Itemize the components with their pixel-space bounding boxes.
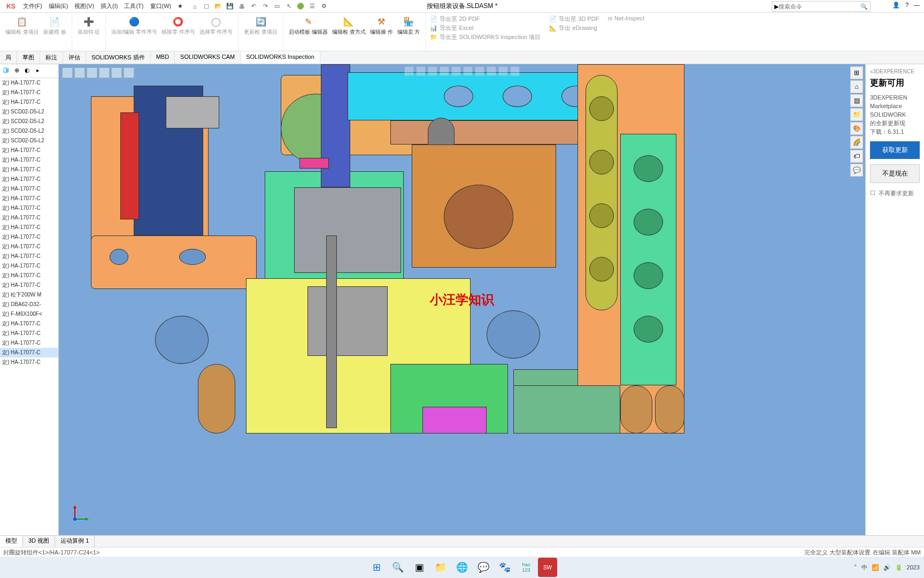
export-excel[interactable]: 📊导出至 Excel [430, 24, 541, 32]
wechat-icon[interactable]: 💬 [474, 558, 493, 577]
settings-icon[interactable]: ⚙ [320, 2, 328, 11]
tree-item[interactable]: 定) SCD02-D5-L2 [0, 107, 58, 117]
tab-3dview[interactable]: 3D 视图 [23, 536, 55, 547]
view-orient-icon[interactable] [451, 66, 461, 76]
ime-indicator[interactable]: 中 [861, 564, 867, 572]
redo-icon[interactable]: ↷ [261, 2, 270, 11]
tree-item[interactable]: 定) HA-17077-C [0, 146, 58, 155]
tab-mbd[interactable]: MBD [151, 51, 175, 64]
dont-ask-check[interactable]: ☐ 不再要求更新 [870, 189, 920, 197]
tree-item[interactable]: 定) HA-17077-C [0, 329, 58, 338]
solidworks-icon[interactable]: SW [538, 558, 557, 577]
tree-item[interactable]: 定) HA-17077-C [0, 271, 58, 280]
export-3d-pdf[interactable]: 📄导出至 3D PDF [549, 15, 599, 23]
appearance-icon[interactable] [487, 66, 496, 76]
tree-item[interactable]: 定) HA-17077-C [0, 242, 58, 252]
remove-balloon-button[interactable]: ⭕移除零 件序号 [159, 14, 197, 36]
tab-motion[interactable]: 运动算例 1 [55, 536, 95, 547]
zoom-fit-icon[interactable] [404, 66, 414, 76]
tree-item[interactable]: 定) HA-17077-C [0, 358, 58, 367]
menu-view[interactable]: 视图(V) [71, 2, 97, 10]
tab-model[interactable]: 模型 [0, 536, 23, 547]
export-2d-pdf[interactable]: 📄导出至 2D PDF [430, 15, 541, 23]
add-feature-button[interactable]: ➕添加特 征 [75, 14, 103, 36]
tree-item[interactable]: 定) HA-17077-C [0, 194, 58, 203]
search-taskbar-icon[interactable]: 🔍 [388, 558, 407, 577]
tree-item[interactable]: 定) HA-17077-C [0, 348, 58, 358]
prev-view-icon[interactable] [428, 66, 437, 76]
tree-config-icon[interactable]: ⊕ [12, 65, 21, 75]
update-inspect-button[interactable]: 🔄更新检 查项目 [242, 14, 280, 36]
cursor-icon[interactable]: ↖ [284, 2, 293, 11]
tab-sketch[interactable]: 草图 [17, 51, 40, 64]
tab-annotate[interactable]: 标注 [40, 51, 63, 64]
section-icon[interactable] [440, 66, 449, 76]
hide-show-icon[interactable] [475, 66, 484, 76]
tree-item[interactable]: 定) SCD02-D5-L2 [0, 136, 58, 146]
tree-item[interactable]: 定) HA-17077-C [0, 155, 58, 165]
volume-icon[interactable]: 🔊 [883, 564, 891, 571]
select-balloon-button[interactable]: ◯选择零 件序号 [197, 14, 235, 36]
tree-item[interactable]: 定) SCD02-D5-L2 [0, 117, 58, 126]
tree-item[interactable]: 定) HA-17077-C [0, 97, 58, 107]
tree-item[interactable]: 定) HA-17077-C [0, 261, 58, 271]
tree-item[interactable]: 定) HA-17077-C [0, 338, 58, 348]
search-input[interactable] [779, 3, 860, 10]
command-search[interactable]: ▶ 🔍 [772, 1, 871, 12]
battery-icon[interactable]: 🔋 [895, 564, 903, 571]
feature-tree[interactable]: 定) HA-17077-C定) HA-17077-C定) HA-17077-C定… [0, 78, 58, 535]
zoom-area-icon[interactable] [416, 66, 426, 76]
options-icon[interactable]: ☰ [308, 2, 317, 11]
tab-cam[interactable]: SOLIDWORKS CAM [175, 51, 241, 64]
save-icon[interactable]: 💾 [226, 2, 234, 11]
menu-file[interactable]: 文件(F) [20, 2, 45, 10]
tree-item[interactable]: 定) SCD02-D5-L2 [0, 126, 58, 136]
tree-expand-icon[interactable]: ▸ [33, 65, 43, 75]
select-icon[interactable]: ▭ [273, 2, 281, 11]
search-glass-icon[interactable]: 🔍 [860, 3, 868, 10]
export-edrawing[interactable]: 📐导出 eDrawing [549, 24, 599, 32]
tab-addins[interactable]: SOLIDWORKS 插件 [86, 51, 151, 64]
print-icon[interactable]: 🖶 [237, 2, 246, 11]
hao123-icon[interactable]: hao123 [517, 558, 536, 577]
tree-item[interactable]: 定) HA-17077-C [0, 319, 58, 329]
tree-item[interactable]: 定) HA-17077-C [0, 252, 58, 261]
tree-item[interactable]: 定) HA-17077-C [0, 78, 58, 88]
menu-edit[interactable]: 编辑(E) [45, 2, 72, 10]
menu-insert[interactable]: 插入(I) [97, 2, 121, 10]
tree-display-icon[interactable]: ◐ [22, 65, 32, 75]
tree-item[interactable]: 定) HA-17077-C [0, 280, 58, 290]
tree-item[interactable]: 定) F-M6X100F< [0, 309, 58, 319]
not-now-button[interactable]: 不是现在 [870, 164, 920, 183]
menu-tools[interactable]: 工具(T) [121, 2, 147, 10]
3d-viewport[interactable]: ⊞ ⌂ ▤ 📁 🎨 🌈 🏷 💬 [59, 64, 865, 535]
edit-inspect-button[interactable]: 📋编辑检 查项目 [3, 14, 41, 36]
tree-item[interactable]: 定) 松下200W M [0, 290, 58, 300]
rebuild-icon[interactable]: 🟢 [296, 2, 305, 11]
tree-item[interactable]: 定) HA-17077-C [0, 203, 58, 213]
start-template-editor-button[interactable]: ✎启动模板 编辑器 [287, 14, 330, 36]
minimize-icon[interactable]: — [914, 2, 920, 9]
edit-operation-button[interactable]: ⚒编辑操 作 [368, 14, 395, 36]
menu-star-icon[interactable]: ★ [174, 3, 186, 10]
display-style-icon[interactable] [463, 66, 473, 76]
get-update-button[interactable]: 获取更新 [870, 141, 920, 159]
tree-item[interactable]: 定) HA-17077-C [0, 184, 58, 194]
edit-method-button[interactable]: 📐编辑检 查方式 [330, 14, 368, 36]
tree-item[interactable]: 定) HA-17077-C [0, 165, 58, 174]
export-inspection[interactable]: 📁导出至 SOLIDWORKS Inspection 项目 [430, 33, 541, 41]
tree-item[interactable]: 定) HA-17077-C [0, 88, 58, 97]
home-icon[interactable]: ⌂ [190, 2, 199, 11]
clock[interactable]: 2023 [907, 564, 920, 571]
add-balloon-button[interactable]: 🔵添加/编辑 零件序号 [109, 14, 159, 36]
new-template-button[interactable]: 📄新建模 板 [41, 14, 68, 36]
tree-item[interactable]: 定) DBA62-D32- [0, 300, 58, 309]
edit-vendor-button[interactable]: 🏪编辑卖 方 [395, 14, 422, 36]
tree-item[interactable]: 定) HA-17077-C [0, 232, 58, 242]
view-settings-icon[interactable] [510, 66, 520, 76]
tree-item[interactable]: 定) HA-17077-C [0, 213, 58, 223]
user-icon[interactable]: 👤 [892, 2, 900, 9]
checkbox-icon[interactable]: ☐ [870, 189, 875, 197]
tree-feature-icon[interactable]: 🧊 [1, 65, 11, 75]
wifi-icon[interactable]: 📶 [872, 564, 879, 571]
